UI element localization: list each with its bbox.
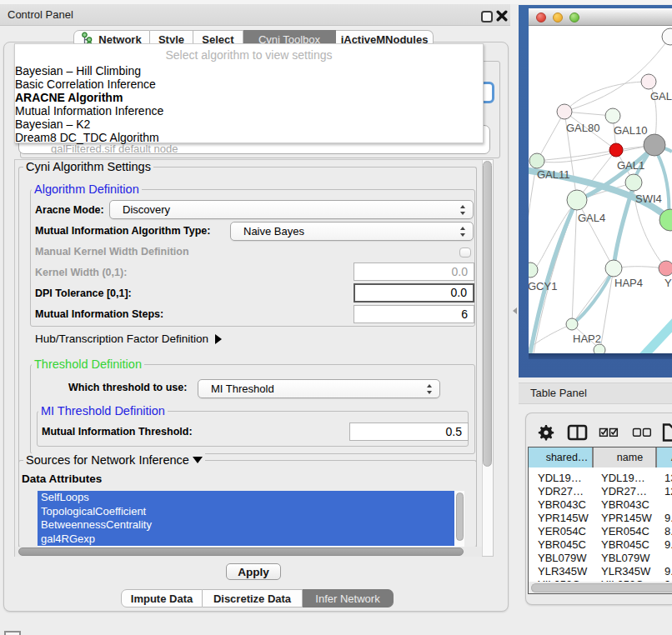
svg-text:GCY1: GCY1 — [529, 280, 557, 292]
svg-text:Y: Y — [664, 277, 672, 289]
svg-text:GAL80: GAL80 — [566, 122, 599, 134]
svg-text:HAP4: HAP4 — [614, 277, 643, 289]
svg-text:GAL10: GAL10 — [614, 124, 647, 137]
svg-text:GAL1: GAL1 — [617, 159, 644, 172]
svg-text:GAL11: GAL11 — [537, 168, 570, 181]
svg-text:HAP2: HAP2 — [573, 332, 601, 345]
svg-text:SWI4: SWI4 — [635, 192, 662, 205]
svg-text:GAL4: GAL4 — [578, 212, 605, 224]
svg-text:GAL8: GAL8 — [650, 90, 672, 102]
